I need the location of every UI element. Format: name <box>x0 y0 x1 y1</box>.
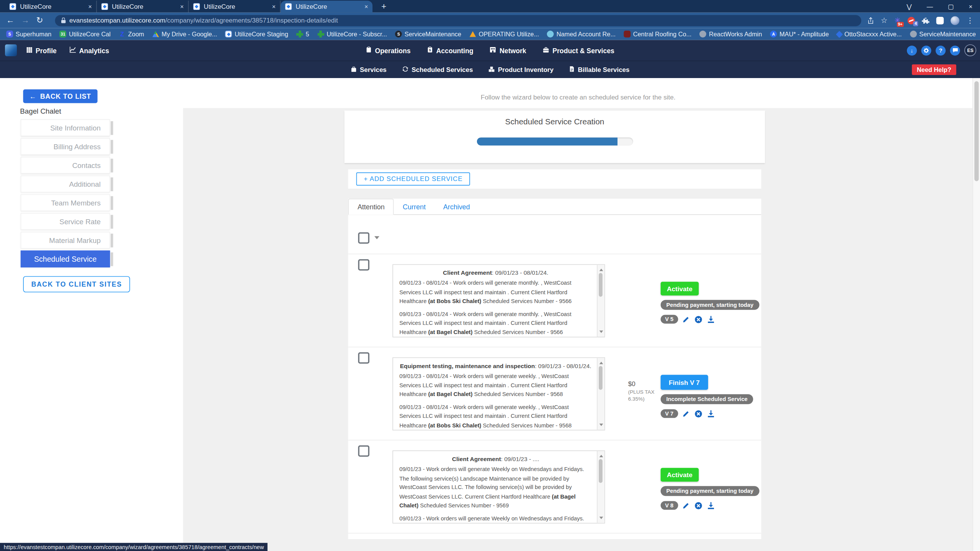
sidebar-step-scheduled-service[interactable]: Scheduled Service <box>21 251 110 267</box>
tab-current[interactable]: Current <box>394 199 434 214</box>
browser-tab[interactable]: UtilizeCore× <box>281 1 372 13</box>
download-circle-icon[interactable]: ↓ <box>907 45 917 55</box>
row-checkbox[interactable] <box>358 352 369 364</box>
activate-button[interactable]: Activate <box>661 468 699 482</box>
service-description-box[interactable]: Equipment testing, maintenance and inspe… <box>392 357 605 430</box>
sidebar-step-material-markup[interactable]: Material Markup <box>21 232 110 249</box>
bookmark-item[interactable]: Central Roofing Co... <box>624 31 691 37</box>
service-description-box[interactable]: Client Agreement: 09/01/23 - 08/01/24.09… <box>392 264 605 337</box>
select-all-caret-icon[interactable] <box>374 236 379 242</box>
bookmark-item[interactable]: ZZoom <box>119 31 144 37</box>
select-all-checkbox[interactable] <box>358 232 369 243</box>
back-to-list-button[interactable]: ←BACK TO LIST <box>23 89 97 103</box>
tab-close-icon[interactable]: × <box>180 3 184 10</box>
back-to-client-sites-button[interactable]: BACK TO CLIENT SITES <box>23 276 130 292</box>
browser-profile-avatar[interactable] <box>951 16 959 25</box>
scroll-down-icon[interactable] <box>599 424 603 428</box>
scroll-up-icon[interactable] <box>599 453 603 457</box>
nav-item-accounting[interactable]: $Accounting <box>427 46 473 54</box>
question-icon[interactable]: ? <box>936 45 946 55</box>
app-logo[interactable] <box>5 44 17 56</box>
bookmark-item[interactable]: OttoStacxxx Active... <box>837 31 902 37</box>
textbox-scrollbar[interactable] <box>597 265 604 337</box>
browser-tab[interactable]: UtilizeCore× <box>189 1 281 13</box>
pencil-icon[interactable] <box>682 410 690 417</box>
window-restore-icon[interactable]: ▢ <box>948 3 954 10</box>
add-scheduled-service-button[interactable]: + ADD SCHEDULED SERVICE <box>356 173 470 186</box>
tab-attention[interactable]: Attention <box>348 199 394 215</box>
extension-spark-icon[interactable]: ✳9+ <box>894 16 900 25</box>
bookmark-item[interactable]: My Drive - Google... <box>152 31 217 37</box>
bookmark-item[interactable]: SSuperhuman <box>6 31 51 37</box>
window-close-icon[interactable]: × <box>969 3 973 10</box>
window-minimize-icon[interactable]: — <box>927 3 933 10</box>
gear-icon[interactable] <box>921 45 931 55</box>
browser-tab[interactable]: UtilizeCore× <box>5 1 97 13</box>
sidebar-step-team-members[interactable]: Team Members <box>21 194 110 211</box>
sidebar-step-site-information[interactable]: Site Information <box>21 119 110 136</box>
tab-archived[interactable]: Archived <box>434 199 479 214</box>
textbox-scrollbar-thumb[interactable] <box>599 366 603 390</box>
scroll-down-icon[interactable] <box>599 517 603 521</box>
share-icon[interactable] <box>866 16 874 24</box>
bookmark-item[interactable]: AMAU* - Amplitude <box>770 31 829 37</box>
bookmark-item[interactable]: 31UtilizeCore Cal <box>60 31 111 37</box>
reload-icon[interactable]: ↻ <box>36 16 43 25</box>
address-bar[interactable]: evanstestcompan.utilizecore.com/company/… <box>55 15 862 26</box>
new-tab-button[interactable]: + <box>379 2 389 11</box>
service-description-box[interactable]: Client Agreement: 09/01/23 - ....09/01/2… <box>392 450 605 523</box>
tab-close-icon[interactable]: × <box>272 3 276 10</box>
textbox-scrollbar[interactable] <box>597 451 604 523</box>
bookmark-item[interactable]: SServiceMaintenance <box>395 31 461 37</box>
sidebar-step-billing-address[interactable]: Billing Address <box>21 138 110 155</box>
activate-button[interactable]: Activate <box>661 282 699 295</box>
pencil-icon[interactable] <box>682 315 690 323</box>
cancel-icon[interactable] <box>694 315 702 323</box>
bookmark-item[interactable]: UtilizeCore Staging <box>225 31 288 37</box>
user-avatar[interactable]: ES <box>964 44 976 56</box>
nav-item-profile[interactable]: Profile <box>26 47 57 54</box>
subnav-item-services[interactable]: Services <box>351 65 387 73</box>
nav-item-network[interactable]: Network <box>490 46 526 54</box>
sidebar-step-service-rate[interactable]: Service Rate <box>21 213 110 230</box>
bookmark-item[interactable]: ReactWorks Admin <box>699 31 762 37</box>
download-icon[interactable] <box>707 315 715 323</box>
bookmark-item[interactable]: ServiceMaintenance <box>910 31 976 37</box>
extensions-puzzle-icon[interactable] <box>922 16 929 24</box>
scroll-up-icon[interactable] <box>599 360 603 364</box>
scroll-up-icon[interactable] <box>599 267 603 271</box>
need-help-button[interactable]: Need Help? <box>912 64 956 75</box>
sidebar-step-additional[interactable]: Additional <box>21 176 110 192</box>
page-scrollbar[interactable] <box>972 78 980 551</box>
textbox-scrollbar-thumb[interactable] <box>599 459 603 483</box>
forward-icon[interactable]: → <box>21 16 29 25</box>
subnav-item-product-inventory[interactable]: Product Inventory <box>488 65 554 73</box>
bookmark-item[interactable]: 5 <box>296 31 309 37</box>
bookmark-item[interactable]: OPERATING Utilize... <box>469 31 539 37</box>
finish-v-7-button[interactable]: Finish V 7 <box>661 375 708 390</box>
tab-close-icon[interactable]: × <box>88 3 92 10</box>
row-checkbox[interactable] <box>358 445 369 456</box>
textbox-scrollbar-thumb[interactable] <box>599 273 603 297</box>
cancel-icon[interactable] <box>694 409 702 417</box>
bookmark-star-icon[interactable]: ☆ <box>881 16 888 25</box>
sidebar-step-contacts[interactable]: Contacts <box>21 157 110 174</box>
bookmark-item[interactable]: Named Account Re... <box>547 31 616 37</box>
subnav-item-billable-services[interactable]: Billable Services <box>568 65 629 73</box>
tab-search-icon[interactable] <box>936 16 944 24</box>
window-menu-icon[interactable]: ⋁ <box>906 3 911 10</box>
scroll-down-icon[interactable] <box>599 331 603 335</box>
scrollbar-thumb[interactable] <box>974 81 978 181</box>
nav-item-product-services[interactable]: Product & Services <box>542 47 614 54</box>
bookmark-item[interactable]: UtilizeCore - Subscr... <box>317 31 387 37</box>
row-checkbox[interactable] <box>358 259 369 271</box>
download-icon[interactable] <box>707 409 715 417</box>
textbox-scrollbar[interactable] <box>597 358 604 430</box>
chat-icon[interactable] <box>950 45 960 55</box>
back-icon[interactable]: ← <box>6 16 14 25</box>
browser-tab[interactable]: UtilizeCore× <box>97 1 189 13</box>
nav-item-operations[interactable]: Operations <box>366 46 411 54</box>
download-icon[interactable] <box>707 501 715 509</box>
kebab-menu-icon[interactable]: ⋮ <box>966 16 974 25</box>
subnav-item-scheduled-services[interactable]: Scheduled Services <box>402 65 473 73</box>
